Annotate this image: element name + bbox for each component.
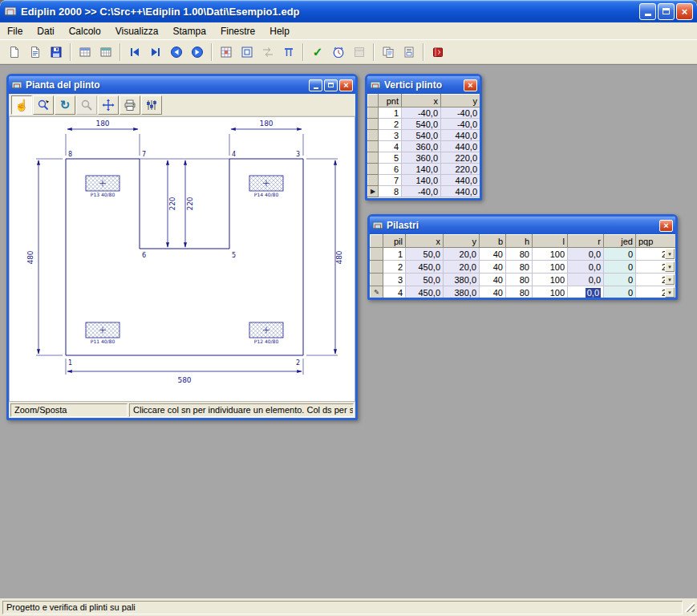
pan-button[interactable] — [98, 95, 119, 115]
cell[interactable]: 0,0 — [568, 261, 604, 274]
pilastri-close-button[interactable]: × — [659, 220, 673, 232]
pilaster-p13[interactable]: P13 40/80 — [86, 176, 120, 197]
print-button[interactable] — [120, 95, 140, 115]
help-button[interactable] — [428, 42, 448, 62]
cell[interactable]: 40 — [480, 248, 506, 261]
cell[interactable]: 380,0 — [444, 274, 480, 286]
cell[interactable]: 1 — [379, 107, 402, 119]
menu-dati[interactable]: Dati — [30, 23, 61, 39]
cell[interactable]: 450,0 — [406, 286, 444, 299]
cell[interactable]: 0 — [604, 286, 636, 299]
vertici-close-button[interactable]: × — [464, 79, 477, 91]
cell[interactable]: 80 — [506, 261, 533, 274]
dropdown-button[interactable]: ▼ — [665, 249, 675, 259]
cell[interactable]: 0,0 — [568, 274, 604, 286]
cell[interactable]: 440,0 — [441, 175, 480, 186]
cell[interactable]: 5 — [379, 152, 402, 164]
cell[interactable]: 50,0 — [406, 274, 444, 286]
cell[interactable]: 360,0 — [402, 152, 441, 164]
cell[interactable]: 20,0 — [444, 248, 480, 261]
cell[interactable]: 7 — [379, 175, 402, 186]
cell[interactable]: 450,0 — [406, 261, 444, 274]
resize-grip[interactable] — [685, 602, 695, 612]
menu-visualizza[interactable]: Visualizza — [108, 23, 166, 39]
cell[interactable]: 20,0 — [444, 261, 480, 274]
cell[interactable]: 440,0 — [441, 186, 480, 197]
results-button[interactable] — [349, 42, 370, 62]
menu-file[interactable]: File — [0, 23, 30, 39]
pilastri-titlebar[interactable]: Pilastri × — [370, 217, 675, 234]
cell[interactable]: 40 — [480, 261, 506, 274]
close-button[interactable]: × — [676, 3, 693, 20]
cell[interactable]: 540,0 — [402, 119, 441, 130]
cell[interactable]: 540,0 — [402, 130, 441, 141]
titlebar[interactable]: Ediplin 2000 >> C:\Src++\Ediplin 1.00\Da… — [0, 0, 697, 22]
maximize-button[interactable] — [658, 3, 675, 20]
open-button[interactable] — [25, 42, 46, 62]
cell[interactable]: 80 — [506, 286, 533, 299]
hand-tool-button[interactable]: ☝ — [11, 95, 32, 115]
cell[interactable]: 440,0 — [441, 141, 480, 152]
cell[interactable]: 100 — [533, 261, 568, 274]
new-button[interactable] — [4, 42, 25, 62]
calc-time-button[interactable] — [328, 42, 349, 62]
zoom-select-button[interactable] — [33, 95, 54, 115]
pilaster-p11[interactable]: P11 40/80 — [86, 322, 120, 344]
frame-grid-button[interactable] — [237, 42, 257, 62]
dropdown-button[interactable]: ▼ — [665, 274, 675, 285]
cell[interactable]: 100 — [533, 274, 568, 286]
cell[interactable]: 140,0 — [402, 175, 441, 186]
zoom-button[interactable] — [76, 95, 97, 115]
cell[interactable]: 0 — [604, 248, 636, 261]
cell[interactable]: 6 — [379, 164, 402, 175]
cell[interactable]: 2 — [379, 119, 402, 130]
cell[interactable]: 100 — [533, 248, 568, 261]
menu-help[interactable]: Help — [262, 23, 297, 39]
cell[interactable]: 140,0 — [402, 164, 441, 175]
cell[interactable]: 360,0 — [402, 141, 441, 152]
save-button[interactable] — [46, 42, 67, 62]
cell[interactable]: 50,0 — [406, 248, 444, 261]
dropdown-button[interactable]: ▼ — [665, 261, 675, 272]
pilastri-table-button[interactable] — [95, 42, 116, 62]
pianta-titlebar[interactable]: Pianta del plinto × — [9, 76, 355, 94]
cell[interactable]: -40,0 — [441, 107, 480, 119]
cell[interactable]: 3 — [379, 130, 402, 141]
pianta-close-button[interactable]: × — [339, 79, 353, 91]
cell[interactable]: 0,0 — [568, 248, 604, 261]
pianta-minimize-button[interactable] — [309, 79, 322, 91]
cell[interactable]: -40,0 — [441, 119, 480, 130]
cell[interactable]: 40 — [480, 286, 506, 299]
menu-stampa[interactable]: Stampa — [166, 23, 213, 39]
redraw-button[interactable]: ↻ — [55, 95, 75, 115]
cell-editing[interactable]: 0,0 — [568, 286, 604, 299]
cell[interactable]: 380,0 — [444, 286, 480, 299]
copy-button[interactable] — [378, 42, 399, 62]
cell[interactable]: 0 — [604, 274, 636, 286]
diagram-settings-button[interactable] — [141, 95, 162, 115]
vertici-titlebar[interactable]: Vertici plinto × — [367, 76, 480, 94]
cell[interactable]: 4 — [379, 141, 402, 152]
cell[interactable]: 440,0 — [441, 130, 480, 141]
cell[interactable]: 0 — [604, 261, 636, 274]
cell[interactable]: 8 — [379, 186, 402, 197]
last-record-button[interactable] — [145, 42, 166, 62]
cell[interactable]: 1 — [383, 248, 406, 261]
section-button[interactable] — [278, 42, 299, 62]
vertici-table-button[interactable] — [75, 42, 95, 62]
report-button[interactable] — [399, 42, 419, 62]
cell[interactable]: 220,0 — [441, 164, 480, 175]
cell[interactable]: -40,0 — [402, 186, 441, 197]
menu-finestre[interactable]: Finestre — [213, 23, 262, 39]
pilaster-p14[interactable]: P14 40/80 — [249, 176, 283, 197]
mesh-button[interactable] — [216, 42, 237, 62]
cell[interactable]: 3 — [383, 274, 406, 286]
cell[interactable]: 100 — [533, 286, 568, 299]
pianta-maximize-button[interactable] — [324, 79, 338, 91]
cell[interactable]: -40,0 — [402, 107, 441, 119]
cell[interactable]: 40 — [480, 274, 506, 286]
verify-button[interactable]: ✓ — [307, 42, 328, 62]
first-record-button[interactable] — [124, 42, 145, 62]
cell[interactable]: 4 — [383, 286, 406, 299]
swap-button[interactable] — [257, 42, 278, 62]
